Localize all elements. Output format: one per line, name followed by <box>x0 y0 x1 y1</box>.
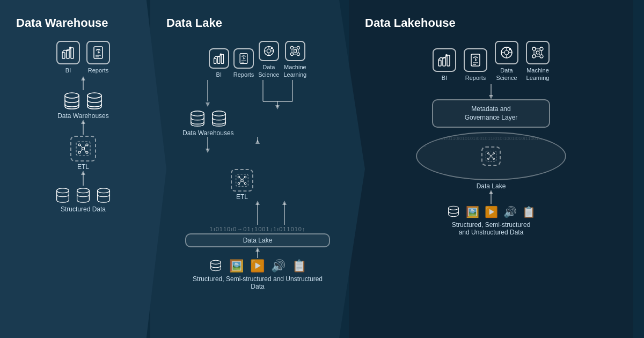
metadata-label: Metadata andGovernance Layer <box>442 105 540 123</box>
svg-line-22 <box>84 150 86 152</box>
svg-marker-8 <box>81 76 85 80</box>
svg-marker-80 <box>255 201 260 205</box>
lh-lake-label: Data Lake <box>416 182 566 190</box>
svg-marker-127 <box>489 190 493 194</box>
svg-line-53 <box>296 49 298 50</box>
lh-reports-icon <box>464 48 487 72</box>
svg-point-15 <box>86 144 88 146</box>
warehouse-bi-icon <box>56 41 80 64</box>
lh-bi-label: BI <box>442 74 447 82</box>
svg-line-122 <box>489 154 490 156</box>
svg-rect-28 <box>214 58 216 63</box>
lake-ml-icon <box>285 41 305 61</box>
warehouse-etl-label: ETL <box>77 163 89 171</box>
lake-binary: 1ı0110ı0→01↑1001↓1ı011010↑ <box>185 226 330 232</box>
svg-line-125 <box>492 157 493 159</box>
structured-db-3 <box>96 187 111 204</box>
lake-top-icons: BI Reports <box>209 41 307 79</box>
lh-etl-icon <box>481 146 501 166</box>
warehouse-top-icons: BI Reports <box>56 41 110 74</box>
lh-lake-area: 1ı011ı01001ı0110ı010101ı001011ı010ı1001ı… <box>416 132 566 190</box>
warehouse-title: Data Warehouse <box>11 16 108 30</box>
svg-rect-30 <box>221 55 223 64</box>
svg-line-77 <box>240 181 241 182</box>
svg-point-89 <box>445 54 448 56</box>
lake-reports-item: Reports <box>233 48 254 78</box>
lake-etl-box: ETL <box>231 169 253 201</box>
lh-arrow1 <box>486 84 496 99</box>
svg-point-85 <box>211 260 221 264</box>
lh-etl-inside <box>481 146 501 166</box>
svg-marker-68 <box>255 139 260 144</box>
svg-marker-57 <box>206 102 210 107</box>
lh-source-doc: 📋 <box>522 205 536 218</box>
lake-reports-label: Reports <box>233 71 254 78</box>
svg-point-3 <box>69 47 71 49</box>
svg-line-52 <box>293 49 295 50</box>
arrow-to-dw <box>78 120 89 136</box>
lakehouse-diagram: BI Reports <box>360 41 623 236</box>
lh-top-icons: BI Reports <box>433 41 550 82</box>
lh-source-image: 🖼️ <box>466 205 479 218</box>
source-doc-icon: 📋 <box>292 259 306 273</box>
svg-rect-86 <box>438 60 441 66</box>
svg-point-94 <box>504 50 509 55</box>
lake-db-row <box>189 109 227 128</box>
svg-marker-66 <box>206 149 210 153</box>
metadata-box: Metadata andGovernance Layer <box>432 99 550 128</box>
svg-rect-2 <box>71 48 74 58</box>
svg-rect-0 <box>62 53 65 58</box>
lakehouse-panel: Data Lakehouse BI <box>349 0 633 338</box>
svg-point-64 <box>213 111 225 116</box>
lh-source-label: Structured, Semi-structured and Unstruct… <box>452 221 531 236</box>
warehouse-bi-item: BI <box>56 41 80 74</box>
lh-bi-icon <box>433 48 456 72</box>
lake-etl-icon <box>231 169 253 192</box>
lake-diagram: BI Reports <box>161 41 354 290</box>
lake-panel: Data Lake BI <box>150 0 365 338</box>
lakehouse-title: Data Lakehouse <box>360 16 456 30</box>
lake-dw-area: Data Warehouses <box>182 109 333 137</box>
lake-db-1 <box>189 109 206 128</box>
svg-point-14 <box>78 144 80 146</box>
svg-point-17 <box>86 151 88 153</box>
warehouse-reports-label: Reports <box>88 67 109 74</box>
svg-line-55 <box>296 52 298 54</box>
lh-datascience-icon <box>495 41 518 64</box>
db-icon-2 <box>86 91 103 111</box>
source-audio-icon: 🔊 <box>271 259 286 273</box>
lake-datascience-label: DataScience <box>258 63 279 79</box>
arrow-to-etl-wh <box>78 171 89 187</box>
svg-marker-82 <box>282 201 287 205</box>
warehouse-structured-label: Structured Data <box>61 205 106 213</box>
lake-etl-arrows <box>177 137 338 169</box>
svg-point-117 <box>487 153 489 155</box>
svg-line-124 <box>489 157 490 159</box>
warehouse-etl-icon <box>70 136 96 161</box>
svg-line-113 <box>539 54 540 55</box>
lh-ml-icon <box>526 41 550 64</box>
lh-lake-oval: 1ı011ı01001ı0110ı010101ı001011ı010ı1001ı… <box>416 132 566 180</box>
lh-source-audio: 🔊 <box>503 205 517 218</box>
svg-rect-29 <box>217 56 219 64</box>
svg-rect-13 <box>76 142 90 156</box>
lake-wavy-area: 1ı0110ı0→01↑1001↓1ı011010↑ Data Lake <box>185 225 330 247</box>
lake-dl-arrows <box>177 201 338 225</box>
lake-bi-icon <box>209 48 229 69</box>
lh-ml-label: MachineLearning <box>526 67 550 82</box>
svg-point-74 <box>241 179 243 181</box>
source-video-icon: ▶️ <box>250 259 265 273</box>
svg-point-27 <box>98 188 110 193</box>
lh-source-db <box>447 205 460 219</box>
svg-marker-84 <box>255 247 260 252</box>
warehouse-reports-item: Reports <box>86 41 110 74</box>
lake-datascience-item: DataScience <box>258 41 279 79</box>
svg-line-20 <box>84 145 86 148</box>
warehouse-reports-icon <box>86 41 110 64</box>
svg-marker-24 <box>81 171 85 175</box>
svg-marker-115 <box>489 95 493 99</box>
arrow-to-dl <box>252 247 263 259</box>
svg-point-36 <box>267 49 270 53</box>
lake-datascience-icon <box>259 41 279 61</box>
structured-db-2 <box>76 187 91 204</box>
